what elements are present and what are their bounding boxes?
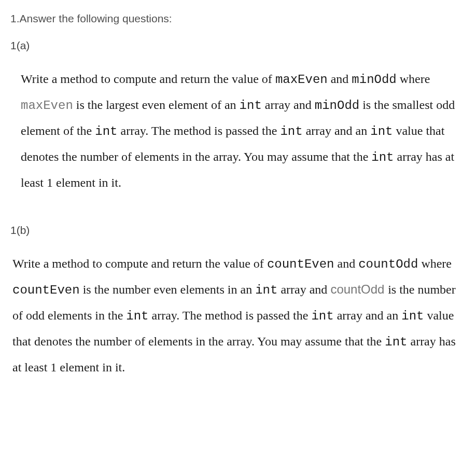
- part-b-body: Write a method to compute and return the…: [10, 251, 466, 380]
- code-int: int: [371, 150, 394, 164]
- code-int: int: [311, 309, 333, 323]
- code-counteven: countEven: [267, 257, 334, 271]
- code-minodd: minOdd: [315, 99, 359, 113]
- text-segment: array and: [277, 283, 330, 296]
- text-segment: and: [328, 72, 352, 86]
- text-segment: array. The method is passed the: [118, 124, 281, 137]
- code-int: int: [280, 124, 302, 138]
- part-a-label: 1(a): [10, 39, 466, 52]
- text-segment: and: [334, 257, 359, 270]
- code-countodd-gray: countOdd: [330, 282, 388, 296]
- text-segment: where: [418, 257, 452, 270]
- text-segment: Write a method to compute and return the…: [21, 72, 275, 86]
- text-segment: array and an: [334, 309, 402, 322]
- part-b-label: 1(b): [10, 224, 466, 237]
- code-int: int: [126, 309, 148, 323]
- text-segment: array and an: [303, 124, 371, 137]
- code-int: int: [385, 335, 407, 349]
- text-segment: array. The method is passed the: [149, 309, 312, 322]
- code-int: int: [95, 124, 117, 138]
- code-counteven: countEven: [12, 283, 80, 297]
- text-segment: where: [397, 72, 430, 86]
- code-int: int: [370, 124, 393, 138]
- text-segment: is the number even elements in an: [80, 283, 256, 296]
- code-int: int: [240, 99, 262, 113]
- text-segment: array and: [262, 98, 315, 112]
- code-countodd: countOdd: [358, 257, 418, 271]
- code-maxeven-gray: maxEven: [21, 99, 73, 113]
- code-minodd: minOdd: [352, 73, 396, 87]
- code-maxeven: maxEven: [275, 73, 328, 87]
- code-int: int: [255, 283, 277, 297]
- main-heading: 1.Answer the following questions:: [10, 12, 466, 25]
- code-int: int: [401, 309, 424, 323]
- text-segment: Write a method to compute and return the…: [12, 257, 267, 270]
- part-a-body: Write a method to compute and return the…: [10, 66, 466, 195]
- text-segment: is the largest even element of an: [73, 98, 240, 112]
